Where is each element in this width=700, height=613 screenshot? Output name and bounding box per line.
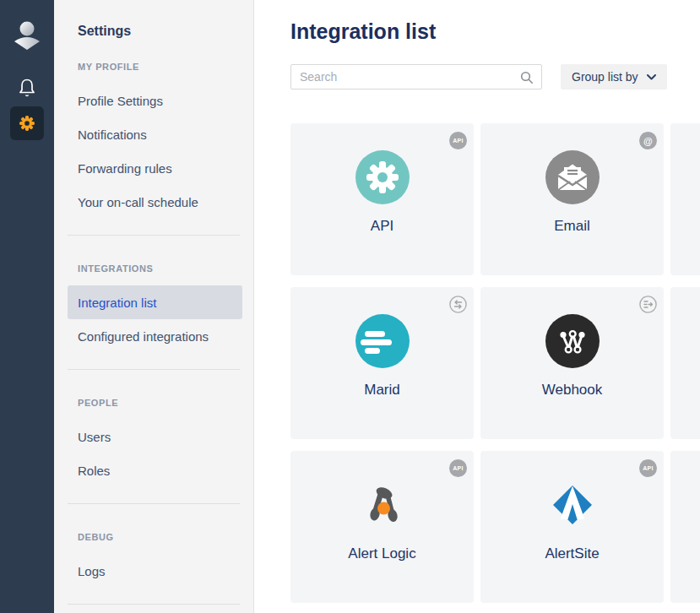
alertsite-logo (545, 478, 600, 532)
integration-card-offscreen[interactable] (670, 451, 700, 603)
sidebar-item-logs[interactable]: Logs (68, 554, 242, 588)
section-label-integrations: INTEGRATIONS (54, 252, 253, 285)
integration-card-marid[interactable]: Marid (290, 287, 474, 439)
open-envelope-icon (545, 150, 600, 204)
user-avatar[interactable] (13, 20, 41, 51)
webhook-nodes-icon (545, 314, 600, 368)
sidebar-item-profile-settings[interactable]: Profile Settings (68, 84, 242, 117)
sidebar-title: Settings (54, 24, 253, 41)
group-list-by-button[interactable]: Group list by (561, 64, 667, 90)
integration-name: Marid (364, 382, 400, 399)
sidebar-item-users[interactable]: Users (68, 420, 242, 453)
api-type-badge: API (449, 459, 467, 477)
api-type-badge: API (449, 132, 467, 149)
outgoing-lines-badge-icon (639, 296, 657, 313)
app-rail (0, 0, 54, 613)
sidebar-item-roles[interactable]: Roles (68, 453, 242, 487)
integration-card-offscreen[interactable] (670, 123, 700, 275)
search-icon (520, 71, 534, 84)
sidebar-item-forwarding-rules[interactable]: Forwarding rules (68, 151, 242, 185)
sidebar-divider (68, 235, 240, 236)
search-box (290, 64, 542, 90)
api-type-badge: API (639, 459, 657, 477)
sync-arrows-badge-icon (449, 296, 467, 313)
marid-bars-icon (355, 314, 410, 368)
settings-gear-icon[interactable] (10, 106, 44, 140)
sidebar-item-integration-list[interactable]: Integration list (68, 285, 242, 319)
integration-card-api[interactable]: API API (290, 123, 474, 275)
integration-name: Email (554, 218, 590, 235)
gear-icon (355, 150, 410, 204)
sidebar-divider (68, 604, 240, 605)
sidebar-item-on-call-schedule[interactable]: Your on-call schedule (68, 185, 242, 219)
email-type-badge: @ (639, 132, 657, 149)
sidebar-item-configured-integrations[interactable]: Configured integrations (68, 319, 242, 353)
section-label-debug: DEBUG (54, 520, 253, 554)
group-list-by-label: Group list by (572, 70, 638, 84)
integration-card-offscreen[interactable] (670, 287, 700, 439)
sidebar-divider (68, 503, 240, 504)
integration-card-email[interactable]: @ Email (480, 123, 664, 275)
integration-name: Alert Logic (348, 545, 415, 562)
integration-grid: API API @ (290, 123, 700, 603)
chevron-down-icon (647, 74, 656, 80)
toolbar: Group list by (290, 64, 700, 90)
integration-name: Webhook (542, 382, 603, 399)
page-title: Integration list (290, 19, 700, 44)
alert-logic-logo (355, 478, 410, 532)
integration-card-alert-logic[interactable]: API Alert Logic (290, 451, 474, 603)
integration-card-alertsite[interactable]: API AlertSite (480, 451, 664, 603)
section-label-people: PEOPLE (54, 386, 253, 420)
main-content: Integration list Group list by API (254, 0, 700, 613)
integration-card-webhook[interactable]: Webhook (480, 287, 664, 439)
integration-name: AlertSite (545, 545, 599, 562)
search-input[interactable] (300, 70, 516, 84)
integration-name: API (371, 218, 393, 235)
settings-sidebar: Settings MY PROFILE Profile Settings Not… (54, 0, 254, 613)
sidebar-divider (68, 369, 240, 370)
section-label-my-profile: MY PROFILE (54, 50, 253, 84)
notifications-bell-icon[interactable] (10, 71, 44, 105)
sidebar-item-notifications[interactable]: Notifications (68, 117, 242, 151)
